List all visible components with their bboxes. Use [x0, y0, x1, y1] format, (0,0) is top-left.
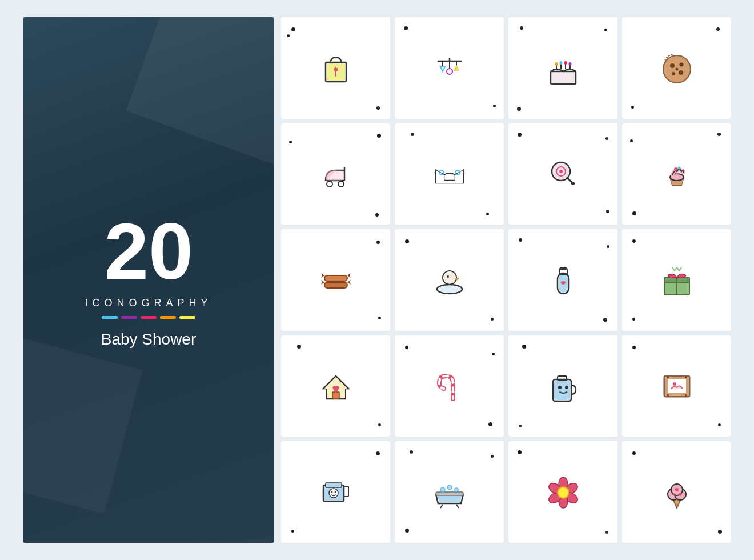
diaper-icon: [427, 151, 472, 197]
category-label: ICONOGRAPHY: [85, 297, 212, 309]
baby-tub-icon: [427, 469, 472, 515]
main-container: 20 ICONOGRAPHY Baby Shower: [23, 17, 731, 543]
svg-rect-61: [554, 381, 570, 400]
cookie-icon: [654, 45, 700, 91]
svg-rect-43: [324, 275, 347, 281]
color-bars: [102, 316, 195, 319]
svg-point-37: [559, 170, 563, 173]
svg-point-41: [674, 167, 677, 171]
svg-rect-12: [552, 73, 575, 83]
icon-grid: [281, 17, 731, 543]
color-bar-5: [179, 316, 195, 319]
svg-line-85: [456, 505, 459, 508]
candy-icon: [313, 257, 359, 303]
svg-point-82: [447, 485, 452, 490]
svg-point-29: [327, 181, 332, 187]
icon-greeting-card: [281, 441, 390, 543]
icon-baby-stroller: [281, 123, 390, 225]
icon-flower: [508, 441, 617, 543]
icon-candy: [281, 229, 390, 331]
svg-rect-28: [326, 170, 344, 181]
svg-point-83: [455, 488, 458, 491]
baby-mobile-icon: [427, 45, 472, 91]
svg-point-26: [679, 70, 683, 75]
color-bar-1: [102, 316, 118, 319]
icon-ice-cream: [622, 441, 731, 543]
birthday-cake-icon: [540, 45, 586, 91]
svg-rect-80: [436, 492, 463, 495]
ice-cream-icon: [654, 469, 700, 515]
svg-point-18: [559, 61, 562, 65]
icon-duck-bowl: [395, 229, 504, 331]
svg-point-19: [564, 61, 567, 65]
svg-rect-75: [326, 483, 342, 487]
candy-cane-icon: [427, 363, 472, 409]
baby-bottle-icon: [540, 257, 586, 303]
duck-bowl-icon: [427, 257, 472, 303]
svg-rect-44: [324, 282, 347, 288]
color-bar-2: [121, 316, 137, 319]
svg-point-9: [447, 69, 452, 74]
svg-point-78: [331, 491, 332, 493]
svg-point-49: [447, 275, 449, 278]
lollipop-search-icon: [540, 151, 586, 197]
icon-lollipop-search: [508, 123, 617, 225]
left-panel: 20 ICONOGRAPHY Baby Shower: [23, 17, 274, 543]
svg-point-27: [675, 67, 678, 70]
svg-point-98: [679, 493, 681, 496]
icon-water-jug: [508, 335, 617, 437]
gift-box-icon: [654, 257, 700, 303]
water-jug-icon: [540, 363, 586, 409]
svg-point-92: [558, 487, 569, 498]
svg-rect-69: [667, 376, 669, 378]
cupcake-icon: [654, 151, 700, 197]
greeting-card-icon: [313, 469, 359, 515]
page-title: Baby Shower: [101, 330, 196, 349]
svg-point-25: [672, 72, 675, 75]
svg-point-39: [571, 182, 575, 185]
svg-point-68: [673, 382, 676, 386]
svg-marker-8: [440, 67, 445, 71]
svg-point-79: [334, 491, 336, 493]
svg-line-84: [440, 505, 443, 508]
svg-point-24: [679, 62, 683, 66]
color-bar-3: [141, 316, 157, 319]
svg-point-23: [670, 63, 675, 68]
svg-rect-70: [685, 376, 687, 378]
svg-point-64: [565, 386, 568, 389]
svg-point-20: [568, 62, 571, 66]
house-heart-icon: [313, 363, 359, 409]
icon-count: 20: [104, 211, 193, 291]
svg-marker-10: [454, 66, 459, 70]
svg-point-77: [329, 489, 338, 498]
svg-point-81: [440, 487, 445, 492]
icon-gift-bag: [281, 17, 390, 119]
icon-gift-box: [622, 229, 731, 331]
icon-birthday-cake: [508, 17, 617, 119]
icon-baby-tub: [395, 441, 504, 543]
svg-point-96: [675, 488, 679, 491]
flower-icon: [540, 469, 586, 515]
svg-rect-72: [685, 394, 687, 397]
baby-stroller-icon: [313, 151, 359, 197]
icon-photo-frame: [622, 335, 731, 437]
gift-bag-icon: [313, 45, 359, 91]
icon-house-heart: [281, 335, 390, 437]
svg-point-97: [672, 493, 675, 495]
icon-cupcake: [622, 123, 731, 225]
icon-candy-cane: [395, 335, 504, 437]
svg-point-17: [555, 62, 558, 66]
icon-cookie: [622, 17, 731, 119]
photo-frame-icon: [654, 363, 700, 409]
svg-rect-67: [668, 379, 686, 393]
svg-point-46: [438, 286, 461, 293]
svg-point-42: [677, 167, 680, 170]
icon-baby-mobile: [395, 17, 504, 119]
svg-point-48: [444, 272, 455, 283]
svg-point-30: [338, 181, 344, 187]
icon-diaper: [395, 123, 504, 225]
icon-baby-bottle: [508, 229, 617, 331]
color-bar-4: [160, 316, 176, 319]
svg-rect-71: [667, 394, 669, 397]
svg-point-63: [558, 386, 562, 389]
